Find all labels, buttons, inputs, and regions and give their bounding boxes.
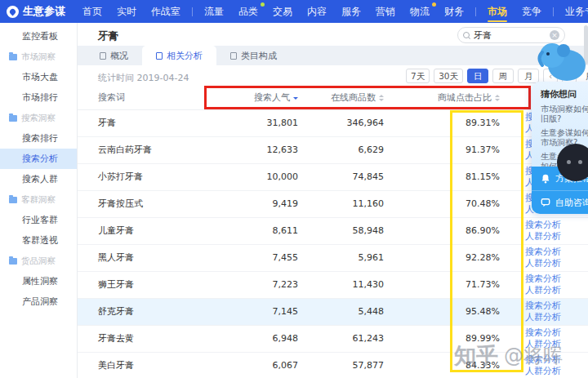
sidebar-item-search-ranking[interactable]: 搜索排行 (0, 128, 77, 149)
crowd-analysis-link[interactable]: 人群分析 (525, 339, 588, 350)
crowd-analysis-link[interactable]: 人群分析 (525, 231, 588, 242)
search-icon (463, 32, 470, 39)
nav-item-finance[interactable]: 财务 (437, 0, 471, 23)
nav-item-realtime[interactable]: 实时 (109, 0, 144, 23)
assistant-robot-icon[interactable] (557, 144, 588, 181)
sidebar-item-monitor-dashboard[interactable]: 监控看板 (0, 26, 77, 47)
search-analysis-link[interactable]: 搜索分析 (525, 327, 588, 339)
sidebar-item-search-crowd[interactable]: 搜索人群 (0, 169, 77, 189)
click-share-cell: 71.73% (384, 271, 500, 298)
range-30d-button[interactable]: 30天 (434, 69, 463, 83)
products-cell: 346,964 (298, 109, 384, 136)
nav-item-traffic[interactable]: 流量 (197, 0, 231, 23)
click-share-cell: 89.31% (384, 109, 500, 136)
nav-item-logistics[interactable]: 物流 (403, 0, 437, 23)
search-analysis-link[interactable]: 搜索分析 (525, 354, 588, 366)
sort-desc-icon[interactable] (293, 97, 298, 100)
click-share-cell: 81.15% (384, 163, 500, 190)
crowd-analysis-link[interactable]: 人群分析 (525, 258, 588, 269)
products-cell: 5,448 (298, 298, 384, 325)
page-icon (156, 52, 163, 60)
nav-item-business-zone[interactable]: 业务专区 (558, 0, 588, 23)
popularity-cell: 8,611 (220, 217, 298, 244)
popularity-cell: 7,455 (220, 244, 298, 271)
range-7d-button[interactable]: 7天 (406, 69, 430, 83)
col-header[interactable]: 商城点击占比 (384, 87, 500, 109)
sidebar-item-industry-customer[interactable]: 行业客群 (0, 210, 77, 230)
sort-icon[interactable] (495, 95, 500, 101)
nav-item-home[interactable]: 首页 (75, 0, 109, 23)
table-row: 小苏打牙膏10,00074,84581.15%搜索分析人群分析 (78, 163, 588, 190)
sidebar-section-search-insight: 搜索洞察 (0, 108, 77, 128)
nav-item-trade[interactable]: 交易 (265, 0, 300, 23)
search-terms-table: 搜索词搜索人气在线商品数商城点击占比 牙膏31,801346,96489.31%… (78, 87, 588, 378)
popularity-cell: 10,000 (220, 163, 298, 190)
table-row: 黑人牙膏7,4555,96192.28%搜索分析人群分析 (78, 244, 588, 271)
chat-panel-title: 猜你想问 (532, 82, 588, 105)
col-header: 搜索词 (78, 87, 220, 109)
products-cell: 61,243 (298, 325, 384, 352)
nav-item-competition[interactable]: 竞争 (514, 0, 549, 23)
granularity-week-button[interactable]: 周 (492, 69, 514, 83)
nav-item-marketing[interactable]: 营销 (368, 0, 403, 23)
badge-dot (261, 2, 265, 7)
app-logo[interactable]: 生意参谋 (7, 4, 65, 19)
nav-item-war-room[interactable]: 作战室 (144, 0, 188, 23)
nav-item-market[interactable]: 市场 (480, 0, 514, 23)
products-cell: 57,877 (298, 352, 384, 378)
brand-name: 生意参谋 (23, 4, 65, 19)
search-analysis-link[interactable]: 搜索分析 (525, 273, 588, 285)
sort-icon[interactable] (379, 95, 384, 101)
col-header[interactable]: 搜索人气 (220, 87, 298, 109)
click-share-cell: 91.37% (384, 136, 500, 163)
sidebar-item-search-analysis[interactable]: 搜索分析 (0, 149, 77, 169)
popularity-cell: 31,801 (220, 109, 298, 136)
products-cell: 11,430 (298, 271, 384, 298)
bell-icon (541, 174, 550, 184)
top-navbar: 生意参谋 首页实时作战室流量品类交易内容服务营销物流财务市场竞争业务专区取数学院… (0, 0, 588, 23)
sidebar-item-market-ranking[interactable]: 市场排行 (0, 87, 77, 108)
table-body: 牙膏31,801346,96489.31%搜索分析人群分析云南白药牙膏12,63… (78, 109, 588, 378)
chat-mascot-icon[interactable] (536, 34, 586, 82)
search-analysis-link[interactable]: 搜索分析 (525, 220, 588, 231)
search-term-cell: 舒克牙膏 (78, 298, 220, 325)
consult-action[interactable]: 自助咨询 (532, 190, 588, 214)
click-share-cell: 95.48% (384, 298, 500, 325)
nav-divider (553, 7, 554, 16)
search-term-cell: 牙膏按压式 (78, 190, 220, 217)
nav-divider (475, 7, 476, 16)
granularity-day-button[interactable]: 日 (467, 69, 488, 83)
nav-item-content[interactable]: 内容 (300, 0, 334, 23)
nav-divider (192, 7, 193, 16)
tab-related-analysis[interactable]: 相关分析 (142, 46, 216, 65)
popularity-cell: 12,633 (220, 136, 298, 163)
folder-icon (9, 54, 17, 60)
products-cell: 5,961 (298, 244, 384, 271)
search-analysis-link[interactable]: 搜索分析 (525, 300, 588, 312)
sidebar-item-customer-perspective[interactable]: 客群透视 (0, 230, 77, 251)
nav-item-service[interactable]: 服务 (334, 0, 368, 23)
chat-question[interactable]: 市场洞察如何切换到旧版? (532, 105, 588, 128)
tab-category-composition[interactable]: 类目构成 (216, 46, 291, 65)
click-share-cell: 86.90% (384, 217, 500, 244)
popularity-cell: 6,948 (220, 325, 298, 352)
col-header[interactable]: 在线商品数 (298, 87, 384, 109)
crowd-analysis-link[interactable]: 人群分析 (525, 285, 588, 296)
sidebar: 监控看板市场洞察市场大盘市场排行搜索洞察搜索排行搜索分析搜索人群客群洞察行业客群… (0, 23, 78, 378)
crowd-analysis-link[interactable]: 人群分析 (525, 366, 588, 377)
products-cell: 6,629 (298, 136, 384, 163)
crowd-analysis-link[interactable]: 人群分析 (525, 312, 588, 323)
folder-icon (9, 197, 17, 203)
tab-overview[interactable]: 概况 (86, 46, 142, 65)
popularity-cell: 6,067 (220, 352, 298, 378)
click-share-cell: 89.99% (384, 325, 500, 352)
click-share-cell: 84.33% (384, 352, 500, 378)
products-cell: 74,845 (298, 163, 384, 190)
search-analysis-link[interactable]: 搜索分析 (525, 247, 588, 258)
main-content: 牙膏 概况相关分析类目构成 统计时间 2019-04-24 7天 30天 日 周… (78, 23, 588, 378)
table-row: 牙膏去黄6,94861,24389.99%搜索分析人群分析 (78, 325, 588, 352)
sidebar-item-attribute-insight[interactable]: 属性洞察 (0, 271, 77, 291)
sidebar-item-product-insight[interactable]: 产品洞察 (0, 291, 77, 312)
sidebar-item-market-overview[interactable]: 市场大盘 (0, 67, 77, 87)
nav-item-category[interactable]: 品类 (231, 0, 265, 23)
